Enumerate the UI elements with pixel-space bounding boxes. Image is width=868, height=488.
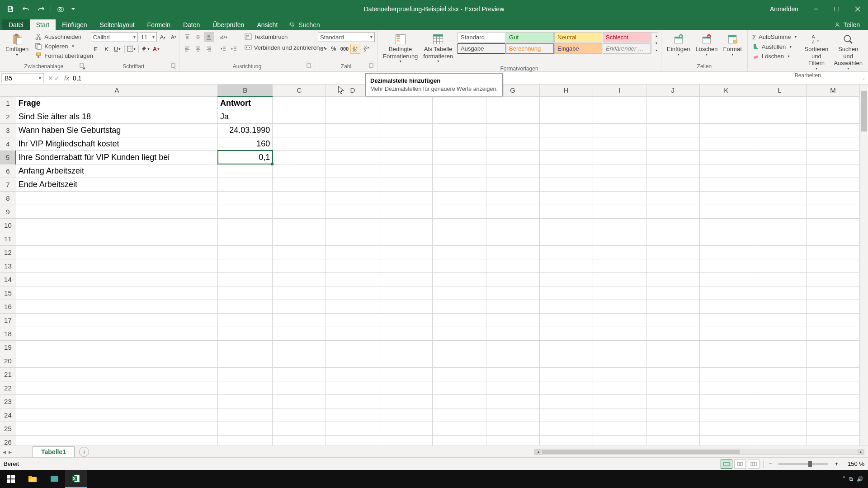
cell-F16[interactable] bbox=[433, 300, 486, 313]
cell-I12[interactable] bbox=[593, 245, 646, 259]
cell-D5[interactable] bbox=[326, 150, 379, 164]
row-header-7[interactable]: 7 bbox=[0, 178, 16, 191]
cell-M10[interactable] bbox=[806, 218, 859, 232]
cell-I9[interactable] bbox=[593, 205, 646, 218]
cell-H11[interactable] bbox=[539, 232, 593, 245]
cell-F13[interactable] bbox=[433, 259, 486, 272]
cell-I15[interactable] bbox=[593, 286, 646, 300]
cell-C16[interactable] bbox=[273, 300, 326, 313]
italic-button[interactable]: K bbox=[102, 44, 112, 54]
undo-button[interactable] bbox=[20, 3, 32, 15]
share-button[interactable]: Teilen bbox=[830, 19, 864, 30]
tab-insert[interactable]: Einfügen bbox=[56, 19, 93, 30]
align-bottom-button[interactable] bbox=[204, 32, 214, 42]
cell-A12[interactable] bbox=[16, 245, 217, 259]
cell-M20[interactable] bbox=[806, 354, 859, 367]
cell-G24[interactable] bbox=[486, 408, 539, 422]
cell-C2[interactable] bbox=[273, 110, 326, 123]
cell-E19[interactable] bbox=[379, 340, 433, 354]
cell-A4[interactable]: Ihr VIP Mitgliedschaft kostet bbox=[16, 137, 217, 150]
cell-C4[interactable] bbox=[273, 137, 326, 150]
cell-D17[interactable] bbox=[326, 313, 379, 327]
cell-F12[interactable] bbox=[433, 245, 486, 259]
cell-C17[interactable] bbox=[273, 313, 326, 327]
normal-view-button[interactable] bbox=[721, 460, 732, 469]
cell-M2[interactable] bbox=[806, 110, 859, 123]
cell-M4[interactable] bbox=[806, 137, 859, 150]
cell-F22[interactable] bbox=[433, 381, 486, 394]
row-header-14[interactable]: 14 bbox=[0, 272, 16, 286]
taskbar-app-icon[interactable] bbox=[43, 470, 65, 488]
cell-B5[interactable]: 0,1 bbox=[218, 150, 273, 164]
style-calculation[interactable]: Berechnung bbox=[506, 43, 554, 54]
cell-M26[interactable] bbox=[806, 435, 859, 446]
cell-C23[interactable] bbox=[273, 394, 326, 408]
cell-A19[interactable] bbox=[16, 340, 217, 354]
cell-E7[interactable] bbox=[379, 178, 433, 191]
cell-D16[interactable] bbox=[326, 300, 379, 313]
cell-I19[interactable] bbox=[593, 340, 646, 354]
cell-C25[interactable] bbox=[273, 422, 326, 435]
cell-F2[interactable] bbox=[433, 110, 486, 123]
cell-F3[interactable] bbox=[433, 123, 486, 137]
cell-L1[interactable] bbox=[753, 96, 806, 110]
cell-K7[interactable] bbox=[699, 178, 753, 191]
cell-C8[interactable] bbox=[273, 191, 326, 205]
cell-E17[interactable] bbox=[379, 313, 433, 327]
col-header-J[interactable]: J bbox=[646, 84, 699, 96]
align-left-button[interactable] bbox=[182, 44, 192, 54]
qat-customize-button[interactable] bbox=[70, 3, 76, 15]
cell-C14[interactable] bbox=[273, 272, 326, 286]
cell-L20[interactable] bbox=[753, 354, 806, 367]
horizontal-scrollbar[interactable]: ◂ ▸ bbox=[534, 449, 864, 455]
col-header-A[interactable]: A bbox=[16, 84, 217, 96]
cell-L26[interactable] bbox=[753, 435, 806, 446]
cell-E20[interactable] bbox=[379, 354, 433, 367]
row-header-9[interactable]: 9 bbox=[0, 205, 16, 218]
row-header-13[interactable]: 13 bbox=[0, 259, 16, 272]
cell-J1[interactable] bbox=[646, 96, 699, 110]
cell-K19[interactable] bbox=[699, 340, 753, 354]
cell-B2[interactable]: Ja bbox=[218, 110, 273, 123]
cell-A2[interactable]: Sind Sie älter als 18 bbox=[16, 110, 217, 123]
cell-I7[interactable] bbox=[593, 178, 646, 191]
cell-J4[interactable] bbox=[646, 137, 699, 150]
cell-D20[interactable] bbox=[326, 354, 379, 367]
cell-H5[interactable] bbox=[539, 150, 593, 164]
cell-A3[interactable]: Wann haben Sie Geburtstag bbox=[16, 123, 217, 137]
taskbar-explorer-icon[interactable] bbox=[22, 470, 43, 488]
orientation-button[interactable]: ab▼ bbox=[218, 32, 228, 42]
cell-I18[interactable] bbox=[593, 327, 646, 340]
decrease-decimal-button[interactable]: .00.0 bbox=[361, 44, 371, 54]
cell-F20[interactable] bbox=[433, 354, 486, 367]
cell-C20[interactable] bbox=[273, 354, 326, 367]
cell-F11[interactable] bbox=[433, 232, 486, 245]
cell-B18[interactable] bbox=[218, 327, 273, 340]
cell-B24[interactable] bbox=[218, 408, 273, 422]
cell-B16[interactable] bbox=[218, 300, 273, 313]
cell-I20[interactable] bbox=[593, 354, 646, 367]
row-header-23[interactable]: 23 bbox=[0, 394, 16, 408]
cell-M8[interactable] bbox=[806, 191, 859, 205]
cell-K12[interactable] bbox=[699, 245, 753, 259]
cell-L18[interactable] bbox=[753, 327, 806, 340]
cell-F7[interactable] bbox=[433, 178, 486, 191]
cell-I21[interactable] bbox=[593, 367, 646, 381]
redo-button[interactable] bbox=[35, 3, 47, 15]
cell-I17[interactable] bbox=[593, 313, 646, 327]
format-cells-button[interactable]: Format▼ bbox=[721, 32, 745, 57]
cell-H19[interactable] bbox=[539, 340, 593, 354]
cell-C3[interactable] bbox=[273, 123, 326, 137]
minimize-button[interactable] bbox=[806, 0, 826, 18]
cell-G5[interactable] bbox=[486, 150, 539, 164]
row-header-25[interactable]: 25 bbox=[0, 422, 16, 435]
cell-H13[interactable] bbox=[539, 259, 593, 272]
cell-E3[interactable] bbox=[379, 123, 433, 137]
taskbar-excel-icon[interactable]: X bbox=[65, 470, 87, 488]
cell-G8[interactable] bbox=[486, 191, 539, 205]
cell-E1[interactable] bbox=[379, 96, 433, 110]
cell-L15[interactable] bbox=[753, 286, 806, 300]
row-header-3[interactable]: 3 bbox=[0, 123, 16, 137]
cell-M3[interactable] bbox=[806, 123, 859, 137]
cell-M18[interactable] bbox=[806, 327, 859, 340]
